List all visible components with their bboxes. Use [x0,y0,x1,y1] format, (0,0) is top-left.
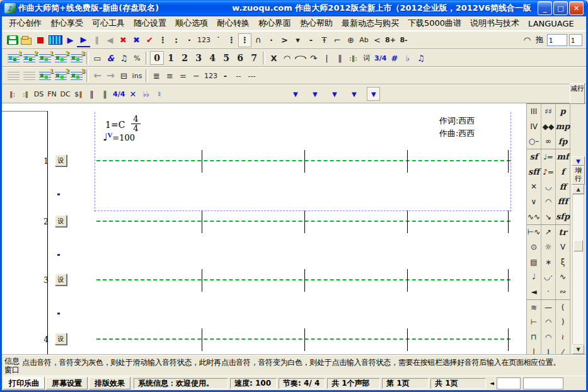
beam-button[interactable]: ♫ [414,51,427,65]
menu-item-5[interactable]: 顺心选项 [171,16,212,30]
bracket-line-button[interactable]: ⌐ [331,33,344,47]
note-4-button[interactable]: 4 [205,51,219,65]
tie-wide-button[interactable]: ◠ [289,51,313,65]
voice-dropdown-4[interactable]: ▼ [347,87,360,101]
left-repeat-button[interactable]: ‖: [6,87,19,101]
menu-item-3[interactable]: 可心工具 [88,16,129,30]
slur-arc-button[interactable]: ∩ [251,33,265,47]
numeric-duration-button[interactable]: 123 [203,69,219,83]
fine-button[interactable]: FN [45,87,59,101]
pedal-line-button[interactable]: ⊢∿ [527,225,541,240]
tenuto-button[interactable]: - [304,33,318,47]
half-note-button[interactable]: ≡ [163,69,176,83]
rest-button[interactable]: ▭ [91,51,104,65]
note-3-button[interactable]: 3 [192,51,205,65]
menu-item-1[interactable]: 开心创作 [4,16,46,30]
part-gray-2-button[interactable] [21,69,37,83]
octave-up-button[interactable]: 8+ [384,33,397,47]
numeric-123-button[interactable]: 123 [196,33,212,47]
pause-button[interactable]: ‖ [90,33,103,47]
dash-2-button[interactable]: -- [232,69,245,83]
dash-1-button[interactable]: - [219,69,232,83]
print-score-button[interactable]: 打印乐曲 [3,377,45,389]
dots-three-button[interactable]: ⋮ [225,33,238,47]
note-6-button[interactable]: 6 [233,51,247,65]
dynamic-mf-button[interactable]: mf [556,149,570,164]
infinity-button[interactable]: ∞ [541,134,556,149]
play-button[interactable]: ▶ [64,33,77,47]
double-flat-button[interactable]: ♭♭ [139,87,153,101]
note-5-button[interactable]: 5 [219,51,233,65]
delete-note-button[interactable]: ✖ [117,33,130,47]
arc-under-button[interactable]: ◡ [541,179,556,194]
breath-mark-button[interactable]: ξ [556,255,570,270]
save-button[interactable] [6,33,20,47]
move-right-button[interactable]: → [104,69,117,83]
diamond-pair-button[interactable]: ◆◆ [541,119,556,134]
scrollbar-thumb[interactable] [574,240,583,251]
menu-item-2[interactable]: 舒心享受 [46,16,88,30]
whole-note-button[interactable]: ≣ [150,69,163,83]
tenuto-line-button[interactable]: — [541,300,556,315]
flat-button[interactable]: ♭ [401,51,414,65]
system-settings-button[interactable]: 设 [55,274,67,285]
clef-button[interactable]: & [104,51,117,65]
menu-item-6[interactable]: 耐心转换 [212,16,254,30]
upbow-button[interactable]: ⊢ [527,315,541,330]
eighth-note-button[interactable]: − [190,69,203,83]
part-3-button[interactable]: 3 [69,69,84,83]
add-line-button[interactable]: 增行 [572,166,585,185]
play-from-cursor-button[interactable]: ▶ [77,33,90,47]
dc-button[interactable]: DC [59,87,72,101]
dot-high-button[interactable]: ˙ [212,33,225,47]
voice-dropdown-5[interactable]: ▼ [367,87,380,101]
scroll-up-button[interactable]: ▲ [572,185,584,194]
ds-button[interactable]: DS [32,87,45,101]
thin-barline-button[interactable]: ‖ [98,87,112,101]
right-repeat-button[interactable]: :‖ [19,87,32,101]
note-0-button[interactable]: 0 [150,51,164,65]
time-signature-button[interactable]: 3/4 [373,51,388,65]
dot-ornament-button[interactable]: · [541,284,556,299]
title-bar[interactable]: ♪ 作曲大师简+线免费版-新曲(存盘取名) w.zuoqu.com 作曲大师20… [2,0,586,16]
close-button[interactable]: ✕ [569,1,584,15]
drag-end-input[interactable] [569,34,582,46]
dot-low-button[interactable]: · [265,33,278,47]
roman-i-button[interactable]: I [541,345,556,354]
piano-keyboard-button[interactable] [47,33,64,47]
arrow-down-button[interactable]: ▾ [291,33,304,47]
menu-item-10[interactable]: 下载5000曲谱 [403,16,466,30]
dynamic-fff-button[interactable]: fff [556,194,570,209]
note-7-button[interactable]: 7 [247,51,261,65]
tempo-quarter-button[interactable]: ♩= [541,149,556,164]
roman-iii-button[interactable]: III [527,104,541,119]
scroll-down-button[interactable]: ▼ [572,345,584,354]
circle-stem-button[interactable]: ♩ [527,270,541,285]
voice-dropdown-2[interactable]: ▼ [308,87,321,101]
arc-small-button[interactable]: ◠ [541,315,556,330]
final-barline-button[interactable]: ‖ [85,87,98,101]
dynamic-sfp-button[interactable]: sfp [556,209,570,224]
paren-open-button[interactable]: ( [556,300,570,315]
move-left-button[interactable]: ← [91,69,104,83]
collapse-dropdown-button[interactable]: ▼ [572,156,585,166]
lyrics-button[interactable]: 词 [360,51,373,65]
sharp-button[interactable]: # [388,51,401,65]
marcato-button[interactable]: ∨ [527,194,541,209]
track-1-button[interactable]: 1 [37,51,53,65]
system-settings-button[interactable]: 设 [55,215,67,227]
score-page[interactable]: 1=C 4 4 ♩V=100 作词:西西 作曲:西西 1设2设3设4设 [2,103,526,354]
squiggle-button[interactable]: ≀ [556,330,570,345]
menu-item-12[interactable]: LANGUAGE [524,18,579,30]
insert-button[interactable]: ins [130,69,144,83]
sun-ornament-button[interactable]: ☼ [541,239,556,255]
double-barline-button[interactable]: ‖ [333,51,347,65]
new-track-2-button[interactable]: 2 [21,51,37,65]
star-ornament-button[interactable]: ∗ [541,255,556,270]
coda-button[interactable]: ⊕ [344,33,357,47]
fermata-dots-button[interactable]: ⊙ [527,239,541,255]
accent-button[interactable]: > [278,33,291,47]
menu-item-7[interactable]: 称心界面 [254,16,296,30]
track-3-button[interactable]: 3 [69,51,84,65]
open-button[interactable] [20,33,33,47]
